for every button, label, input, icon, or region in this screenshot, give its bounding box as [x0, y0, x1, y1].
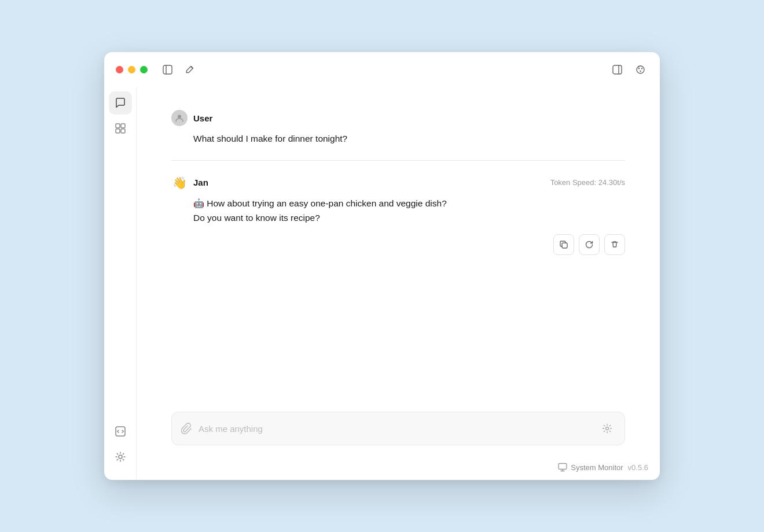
sidebar-item-settings[interactable] — [109, 445, 132, 468]
assistant-message-text: 🤖 How about trying an easy one-pan chick… — [171, 197, 625, 226]
titlebar-icons — [159, 61, 197, 77]
main-layout: User What should I make for dinner tonig… — [104, 87, 660, 480]
user-message-block: User What should I make for dinner tonig… — [171, 110, 625, 146]
titlebar-left — [116, 61, 197, 77]
assistant-avatar: 👋 — [171, 175, 188, 191]
system-monitor-label: System Monitor — [558, 463, 623, 472]
compose-button[interactable] — [181, 61, 197, 77]
user-message-header: User — [171, 110, 625, 126]
regenerate-button[interactable] — [579, 234, 600, 255]
assistant-message-header: 👋 Jan Token Speed: 24.30t/s — [171, 175, 625, 191]
user-name: User — [193, 113, 212, 123]
svg-rect-11 — [116, 129, 120, 133]
palette-button[interactable] — [632, 61, 648, 77]
svg-point-7 — [641, 68, 642, 69]
svg-rect-10 — [121, 124, 125, 128]
svg-rect-3 — [613, 65, 622, 74]
copy-button[interactable] — [553, 234, 574, 255]
sidebar-bottom — [109, 420, 132, 475]
message-actions — [171, 234, 625, 255]
svg-rect-16 — [562, 243, 567, 248]
assistant-message-block: 👋 Jan Token Speed: 24.30t/s 🤖 How about … — [171, 175, 625, 256]
input-area — [137, 405, 660, 457]
sidebar-item-chat[interactable] — [109, 91, 132, 114]
svg-point-5 — [637, 66, 644, 73]
monitor-icon — [558, 463, 567, 472]
titlebar — [104, 52, 660, 87]
svg-point-8 — [640, 70, 641, 71]
maximize-button[interactable] — [140, 66, 148, 73]
sidebar-top — [109, 91, 132, 420]
input-container — [171, 412, 625, 445]
app-window: User What should I make for dinner tonig… — [104, 52, 660, 480]
svg-rect-12 — [121, 129, 125, 133]
svg-rect-18 — [559, 464, 567, 470]
sidebar — [104, 87, 137, 480]
user-avatar — [171, 110, 188, 126]
svg-rect-9 — [116, 124, 120, 128]
minimize-button[interactable] — [128, 66, 135, 73]
collapse-sidebar-button[interactable] — [159, 61, 175, 77]
version-label: v0.5.6 — [628, 463, 648, 472]
content-area: User What should I make for dinner tonig… — [137, 87, 660, 480]
traffic-lights — [116, 66, 148, 73]
sidebar-item-grid[interactable] — [109, 117, 132, 140]
assistant-name: Jan — [193, 178, 208, 187]
footer: System Monitor v0.5.6 — [137, 457, 660, 480]
titlebar-right — [609, 61, 648, 77]
attach-icon — [181, 423, 193, 434]
svg-rect-0 — [163, 65, 172, 74]
chat-messages: User What should I make for dinner tonig… — [137, 87, 660, 405]
chat-input[interactable] — [199, 424, 593, 434]
delete-button[interactable] — [604, 234, 625, 255]
token-speed: Token Speed: 24.30t/s — [550, 178, 625, 187]
expand-button[interactable] — [609, 61, 625, 77]
svg-point-15 — [178, 115, 181, 119]
svg-point-6 — [638, 68, 639, 69]
input-settings-button[interactable] — [599, 420, 615, 437]
svg-point-14 — [119, 455, 122, 459]
message-divider — [171, 160, 625, 161]
sidebar-item-code[interactable] — [109, 420, 132, 443]
user-message-text: What should I make for dinner tonight? — [171, 132, 625, 146]
close-button[interactable] — [116, 66, 123, 73]
svg-point-17 — [606, 427, 609, 430]
